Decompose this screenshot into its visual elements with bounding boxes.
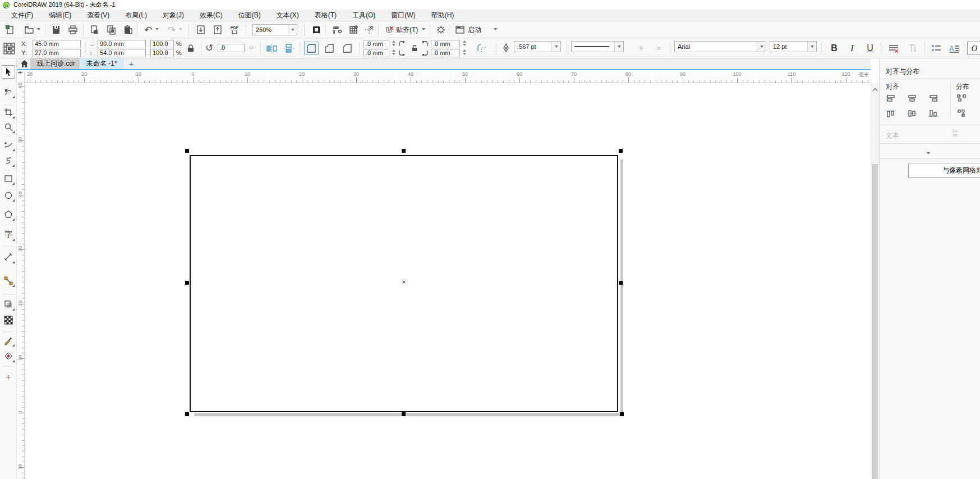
home-icon[interactable] <box>20 60 29 68</box>
new-document-tab-button[interactable]: + <box>125 58 138 69</box>
rectangle-tool[interactable] <box>2 172 15 185</box>
corner-radius-bl-field[interactable]: .0 mm <box>364 49 389 57</box>
font-size-combobox[interactable]: 12 pt <box>770 41 817 52</box>
mirror-vertical-button[interactable] <box>282 42 296 55</box>
menu-item-10[interactable]: 窗口(W) <box>383 11 423 20</box>
rotation-angle-field[interactable]: .0 <box>218 44 245 52</box>
selection-handle-bottom-left[interactable] <box>185 412 189 416</box>
italic-button[interactable]: I <box>845 42 859 55</box>
outline-width-combobox[interactable]: .567 pt <box>514 41 561 52</box>
menu-item-0[interactable]: 文件(F) <box>3 11 41 20</box>
parallel-dimension-tool[interactable] <box>2 250 15 264</box>
vertical-scrollbar[interactable] <box>871 83 879 479</box>
scroll-up-icon[interactable] <box>871 88 879 92</box>
scrollbar-thumb[interactable] <box>872 164 878 479</box>
selection-handle-top-right[interactable] <box>619 149 623 153</box>
object-origin-icon[interactable] <box>2 42 16 55</box>
snap-menu-button[interactable]: 贴齐(T) <box>396 24 418 35</box>
selection-handle-middle-right[interactable] <box>619 281 623 285</box>
snap-dropdown[interactable] <box>422 28 425 30</box>
align-to-pixel-grid-button[interactable]: 与像素网格对齐 <box>908 163 980 178</box>
edit-corners-together-button[interactable] <box>475 42 489 55</box>
selection-handle-bottom-right[interactable] <box>620 412 624 416</box>
menu-item-1[interactable]: 编辑(E) <box>41 11 79 20</box>
scale-v-field[interactable]: 100.0 <box>150 49 174 57</box>
align-center-vertical-button[interactable] <box>905 107 919 120</box>
selection-center-marker[interactable]: × <box>400 279 408 285</box>
color-eyedropper-tool[interactable] <box>2 334 15 347</box>
text-alignment-button[interactable] <box>886 42 901 55</box>
corner-radius-tr-field[interactable]: .0 mm <box>431 40 460 48</box>
underline-button[interactable]: U <box>863 42 877 55</box>
ellipse-tool[interactable] <box>2 189 15 202</box>
undo-button[interactable]: ↶ <box>141 23 155 37</box>
corner-bl-spinner[interactable] <box>391 48 396 56</box>
selection-handle-top-left[interactable] <box>185 149 189 153</box>
redo-dropdown[interactable] <box>179 28 182 30</box>
drop-cap-button[interactable]: A <box>947 42 961 55</box>
paste-button[interactable] <box>121 23 135 37</box>
menu-item-7[interactable]: 文本(X) <box>269 11 307 20</box>
menu-item-11[interactable]: 帮助(H) <box>424 11 462 20</box>
drawing-canvas[interactable]: × <box>25 83 871 479</box>
corner-link-lock-icon[interactable] <box>411 44 418 52</box>
new-document-button[interactable] <box>3 23 17 37</box>
export-button[interactable] <box>211 23 224 37</box>
bold-button[interactable]: B <box>827 42 841 55</box>
options-button[interactable] <box>434 23 448 37</box>
round-corner-button[interactable] <box>304 42 319 55</box>
copy-button[interactable] <box>104 23 118 37</box>
menu-item-5[interactable]: 效果(C) <box>192 11 231 20</box>
connector-tool[interactable] <box>2 274 15 288</box>
scalloped-corner-button[interactable] <box>322 42 337 55</box>
object-height-field[interactable]: 54.0 mm <box>98 49 146 57</box>
cut-button[interactable] <box>88 23 101 37</box>
object-width-field[interactable]: 90.0 mm <box>98 40 146 48</box>
font-family-combobox[interactable]: Arial <box>674 41 766 52</box>
import-button[interactable] <box>194 23 208 37</box>
distribute-vertical-button[interactable] <box>955 107 969 120</box>
show-guidelines-button[interactable] <box>362 23 376 37</box>
text-tool[interactable]: 字 <box>2 228 15 241</box>
fullscreen-preview-button[interactable] <box>310 23 323 37</box>
selection-handle-top-center[interactable] <box>402 149 406 153</box>
interactive-fill-tool[interactable] <box>2 349 15 363</box>
line-style-dropdown[interactable] <box>614 42 623 52</box>
bspline-tool[interactable] <box>2 154 15 167</box>
save-button[interactable] <box>49 23 63 37</box>
y-position-field[interactable]: 27.0 mm <box>33 49 81 57</box>
redo-button[interactable]: ↷ <box>165 23 178 37</box>
document-tab[interactable]: 线上问诊.cdr <box>30 58 82 69</box>
more-options-button[interactable]: » <box>656 44 661 52</box>
add-property-button[interactable]: + <box>638 44 643 53</box>
launch-dropdown[interactable] <box>494 28 497 30</box>
launch-button[interactable]: 启动 <box>468 24 481 35</box>
open-button[interactable] <box>22 23 36 37</box>
align-top-button[interactable] <box>884 107 898 120</box>
corner-radius-br-field[interactable]: .0 mm <box>431 49 460 57</box>
undo-dropdown[interactable] <box>155 28 159 30</box>
vertical-text-button[interactable] <box>905 42 920 55</box>
docker-expand-chevron[interactable] <box>927 148 930 156</box>
menu-item-9[interactable]: 工具(O) <box>344 11 383 20</box>
lock-ratio-button[interactable] <box>184 42 197 55</box>
corner-tr-spinner[interactable] <box>462 39 467 47</box>
polygon-tool[interactable] <box>2 208 15 221</box>
font-size-dropdown[interactable] <box>807 42 816 52</box>
transparency-tool[interactable] <box>2 313 15 327</box>
add-tool-button[interactable]: + <box>2 371 15 384</box>
selection-handle-middle-left[interactable] <box>185 281 189 285</box>
align-center-horizontal-button[interactable] <box>905 92 919 104</box>
outline-width-dropdown[interactable] <box>551 42 560 52</box>
zoom-level-combobox[interactable]: 250% <box>252 24 297 35</box>
selection-handle-bottom-center[interactable] <box>402 412 406 416</box>
convert-to-curves-button[interactable]: O <box>967 42 980 55</box>
corner-tl-spinner[interactable] <box>391 39 396 47</box>
shape-tool[interactable] <box>2 85 15 99</box>
scale-h-field[interactable]: 100.0 <box>150 40 174 48</box>
menu-item-4[interactable]: 对象(J) <box>155 11 192 20</box>
corner-radius-tl-field[interactable]: .0 mm <box>364 40 389 48</box>
chamfered-corner-button[interactable] <box>340 42 355 55</box>
menu-item-3[interactable]: 布局(L) <box>117 11 155 20</box>
x-position-field[interactable]: 45.0 mm <box>33 40 81 48</box>
